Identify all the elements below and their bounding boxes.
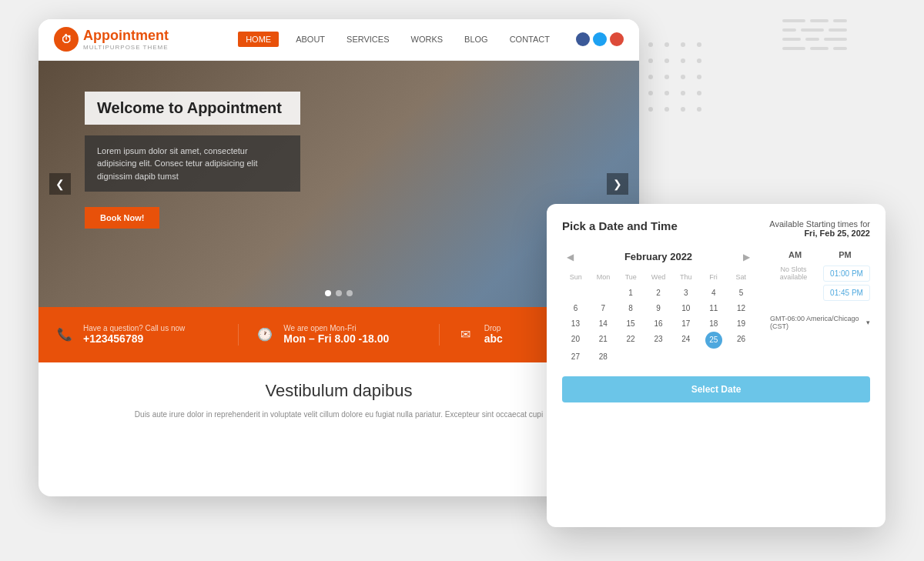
hero-dot-2[interactable] xyxy=(336,290,342,296)
nav-link-home[interactable]: HOME xyxy=(238,32,279,47)
info-email-value: abc xyxy=(484,332,503,345)
logo-text: Appointment xyxy=(83,28,169,44)
calendar-day[interactable]: 8 xyxy=(618,301,644,316)
calendar-day[interactable]: 13 xyxy=(562,316,589,331)
phone-icon: 📞 xyxy=(54,324,75,346)
hero-prev-button[interactable]: ❮ xyxy=(49,173,71,195)
calendar-day[interactable]: 7 xyxy=(590,301,617,316)
days-of-week: Sun Mon Tue Wed Thu Fri Sat xyxy=(562,272,755,282)
calendar-day[interactable]: 14 xyxy=(590,316,617,331)
calendar-grid: Sun Mon Tue Wed Thu Fri Sat 123456789101… xyxy=(562,272,755,364)
calendar-day[interactable]: 4 xyxy=(700,286,727,300)
time-slots: No Slots available 01:00 PM 01:45 PM xyxy=(770,265,870,304)
calendar-right: AM PM No Slots available 01:00 PM 01:45 … xyxy=(770,250,870,364)
info-phone-value: +123456789 xyxy=(83,332,185,345)
calendar-day[interactable]: 21 xyxy=(590,332,617,349)
calendar-day[interactable]: 18 xyxy=(700,316,727,331)
hero-dot-3[interactable] xyxy=(346,290,353,296)
section-description: Duis aute irure dolor in reprehenderit i… xyxy=(62,409,616,421)
pm-col: 01:00 PM 01:45 PM xyxy=(823,265,870,304)
calendar-day[interactable]: 19 xyxy=(728,316,755,331)
hero-content: Welcome to Appointment Lorem ipsum dolor… xyxy=(85,92,300,229)
calendar-day[interactable]: 5 xyxy=(728,286,755,300)
clock-icon: 🕐 xyxy=(254,324,276,346)
calendar-day[interactable]: 17 xyxy=(672,316,699,331)
calendar-day[interactable]: 20 xyxy=(562,332,589,349)
calendar-day[interactable]: 9 xyxy=(645,301,672,316)
timezone-label: GMT-06:00 America/Chicago (CST) xyxy=(770,315,863,330)
am-col: No Slots available xyxy=(770,265,817,304)
hero-dot-1[interactable] xyxy=(325,290,331,296)
calendar-day[interactable]: 12 xyxy=(728,301,755,316)
calendar-day[interactable]: 28 xyxy=(590,349,617,364)
email-icon: ✉ xyxy=(455,324,477,346)
logo: ⏱ Appointment MULTIPURPOSE THEME xyxy=(54,27,169,52)
dow-tue: Tue xyxy=(617,272,644,282)
time-slot-2[interactable]: 01:45 PM xyxy=(823,285,870,301)
dow-sun: Sun xyxy=(562,272,590,282)
dow-sat: Sat xyxy=(727,272,755,282)
hero-title: Welcome to Appointment xyxy=(97,99,288,117)
info-phone: 📞 Have a question? Call us now +12345678… xyxy=(38,324,239,346)
calendar-day[interactable]: 1 xyxy=(618,286,644,300)
calendar-day[interactable]: 3 xyxy=(672,286,699,300)
no-slots-label: No Slots available xyxy=(770,265,817,281)
facebook-icon[interactable] xyxy=(576,32,590,46)
hero-next-button[interactable]: ❯ xyxy=(607,173,628,195)
info-hours-label: We are open Mon-Fri xyxy=(283,324,389,332)
calendar-day[interactable]: 27 xyxy=(562,349,589,364)
calendar-popup: Pick a Date and Time Available Starting … xyxy=(547,204,886,527)
nav-link-contact[interactable]: CONTACT xyxy=(505,32,554,47)
month-nav: ◀ February 2022 ▶ xyxy=(562,250,755,264)
dow-fri: Fri xyxy=(700,272,728,282)
hero-title-box: Welcome to Appointment xyxy=(85,92,300,125)
book-now-button[interactable]: Book Now! xyxy=(85,207,159,229)
scene: ⏱ Appointment MULTIPURPOSE THEME HOME AB… xyxy=(38,19,886,543)
hero-desc-box: Lorem ipsum dolor sit amet, consectetur … xyxy=(85,135,300,192)
lines-pattern xyxy=(782,19,847,50)
calendar-day[interactable]: 25 xyxy=(705,332,722,349)
next-month-button[interactable]: ▶ xyxy=(738,250,755,264)
info-hours-value: Mon – Fri 8.00 -18.00 xyxy=(283,332,389,345)
calendar-day[interactable]: 10 xyxy=(672,301,699,316)
calendar-day[interactable]: 2 xyxy=(645,286,672,300)
nav-links: HOME ABOUT SERVICES WORKS BLOG CONTACT xyxy=(238,32,624,47)
calendar-day[interactable]: 11 xyxy=(700,301,727,316)
calendar-day[interactable]: 26 xyxy=(728,332,755,349)
calendar-days: 1234567891011121314151617181920212223242… xyxy=(562,286,755,364)
select-date-button[interactable]: Select Date xyxy=(562,376,870,402)
nav-link-blog[interactable]: BLOG xyxy=(460,32,493,47)
timezone-selector[interactable]: GMT-06:00 America/Chicago (CST) ▾ xyxy=(770,315,870,330)
navbar: ⏱ Appointment MULTIPURPOSE THEME HOME AB… xyxy=(38,19,639,61)
calendar-day[interactable]: 23 xyxy=(645,332,672,349)
month-label: February 2022 xyxy=(624,251,692,262)
calendar-day[interactable]: 22 xyxy=(618,332,644,349)
hero-dots xyxy=(325,290,353,296)
calendar-day[interactable]: 16 xyxy=(645,316,672,331)
calendar-left: ◀ February 2022 ▶ Sun Mon Tue Wed Thu Fr… xyxy=(562,250,755,364)
calendar-day[interactable]: 6 xyxy=(562,301,589,316)
calendar-available-date: Fri, Feb 25, 2022 xyxy=(804,229,870,238)
hero-description: Lorem ipsum dolor sit amet, consectetur … xyxy=(97,145,288,183)
nav-link-services[interactable]: SERVICES xyxy=(342,32,393,47)
dow-mon: Mon xyxy=(590,272,618,282)
calendar-title: Pick a Date and Time xyxy=(562,219,678,232)
am-header: AM xyxy=(770,250,820,259)
calendar-day[interactable]: 15 xyxy=(618,316,644,331)
nav-link-about[interactable]: ABOUT xyxy=(291,32,330,47)
info-hours: 🕐 We are open Mon-Fri Mon – Fri 8.00 -18… xyxy=(239,324,439,346)
logo-subtitle: MULTIPURPOSE THEME xyxy=(83,44,169,51)
calendar-day[interactable]: 24 xyxy=(672,332,699,349)
time-slot-1[interactable]: 01:00 PM xyxy=(823,265,870,282)
prev-month-button[interactable]: ◀ xyxy=(562,250,578,264)
calendar-available-title: Available Starting times for Fri, Feb 25… xyxy=(769,219,870,238)
dow-wed: Wed xyxy=(644,272,672,282)
social-icons xyxy=(576,32,624,46)
timezone-dropdown-icon: ▾ xyxy=(866,319,870,326)
info-phone-label: Have a question? Call us now xyxy=(83,324,185,332)
info-email-label: Drop xyxy=(484,324,503,332)
twitter-icon[interactable] xyxy=(593,32,607,46)
nav-link-works[interactable]: WORKS xyxy=(407,32,448,47)
google-icon[interactable] xyxy=(610,32,624,46)
time-col-headers: AM PM xyxy=(770,250,870,259)
